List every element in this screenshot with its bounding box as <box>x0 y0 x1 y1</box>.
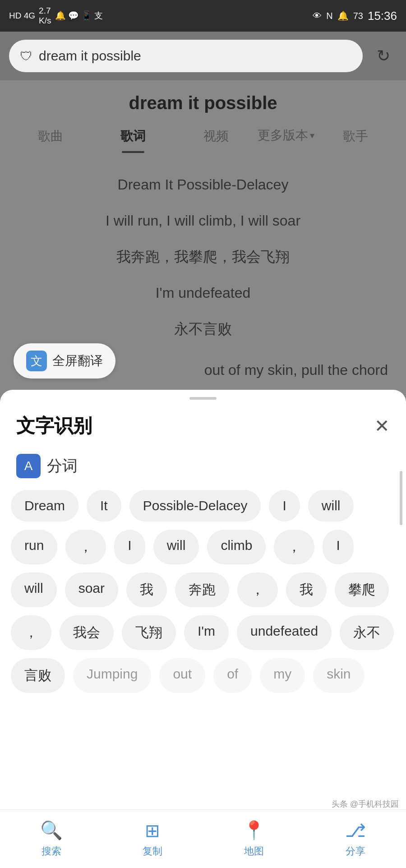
scrollbar[interactable] <box>400 471 402 525</box>
sheet-header: 文字识别 ✕ <box>0 400 406 443</box>
chip-undefeated[interactable]: undefeated <box>237 615 332 650</box>
chip-run[interactable]: run <box>11 530 57 564</box>
lyric-line-5: 永不言败 <box>0 311 406 347</box>
chip-dream[interactable]: Dream <box>11 490 78 522</box>
chip-wohui[interactable]: 我会 <box>60 615 114 650</box>
nav-map-label: 地图 <box>244 845 264 858</box>
nav-map[interactable]: 📍 地图 <box>243 820 265 858</box>
nav-copy-label: 复制 <box>143 845 162 858</box>
lyric-line-4: I'm undefeated <box>0 275 406 311</box>
chip-will-3[interactable]: will <box>11 573 57 607</box>
section-label: A 分词 <box>0 443 406 485</box>
chip-my[interactable]: my <box>260 658 305 693</box>
chip-panpa[interactable]: 攀爬 <box>335 573 389 607</box>
search-bar[interactable]: 🛡 dream it possible <box>9 40 363 72</box>
chip-i-3[interactable]: I <box>323 530 353 564</box>
chip-comma-4[interactable]: ， <box>11 615 51 650</box>
chip-out[interactable]: out <box>159 658 205 693</box>
chip-of[interactable]: of <box>213 658 252 693</box>
status-left: HD 4G 2.7K/s 🔔 💬 📱 支 <box>9 6 103 26</box>
chip-soar[interactable]: soar <box>65 573 118 607</box>
lyric-line-1: Dream It Possible-Delacey <box>0 166 406 203</box>
lyric-partial: out of my skin, pull the chord <box>204 362 406 379</box>
song-title: dream it possible <box>9 93 397 113</box>
section-text: 分词 <box>47 456 78 476</box>
nav-copy[interactable]: ⊞ 复制 <box>143 820 162 858</box>
search-bar-wrap: 🛡 dream it possible ↻ <box>0 32 406 80</box>
status-time: 15:36 <box>368 9 397 23</box>
nav-share[interactable]: ⎇ 分享 <box>345 820 366 858</box>
chip-climb[interactable]: climb <box>207 530 266 564</box>
share-icon: ⎇ <box>345 820 366 841</box>
chip-comma-2[interactable]: ， <box>274 530 314 564</box>
nav-search[interactable]: 🔍 搜索 <box>40 820 63 858</box>
tabs-bar: 歌曲 歌词 视频 更多版本 ▾ 歌手 <box>0 118 406 153</box>
chip-benpao[interactable]: 奔跑 <box>175 573 229 607</box>
chip-i-1[interactable]: I <box>269 490 300 522</box>
text-icon: A <box>24 459 33 473</box>
tab-lyrics[interactable]: 歌词 <box>92 118 175 153</box>
status-right: 👁 N 🔔 73 15:36 <box>313 9 397 23</box>
map-icon: 📍 <box>243 820 265 841</box>
nav-search-label: 搜索 <box>42 845 61 858</box>
bottom-nav: 🔍 搜索 ⊞ 复制 📍 地图 ⎇ 分享 <box>0 809 406 868</box>
chip-jumping[interactable]: Jumping <box>73 658 151 693</box>
fullscreen-translate-button[interactable]: 文 全屏翻译 <box>14 343 115 379</box>
sheet-title: 文字识别 <box>16 413 92 439</box>
status-nfc-icon: N <box>326 11 332 21</box>
chip-comma-3[interactable]: ， <box>237 573 278 607</box>
chip-wo-1[interactable]: 我 <box>126 573 167 607</box>
close-button[interactable]: ✕ <box>374 417 390 435</box>
chip-comma-1[interactable]: ， <box>65 530 106 564</box>
chip-yanbai[interactable]: 言败 <box>11 658 65 693</box>
chip-will-2[interactable]: will <box>153 530 199 564</box>
chip-possible-delacey[interactable]: Possible-Delacey <box>129 490 261 522</box>
chip-im[interactable]: I'm <box>184 615 229 650</box>
status-signal: HD 4G <box>9 11 35 21</box>
translate-label: 全屏翻译 <box>52 352 103 369</box>
song-title-wrap: dream it possible <box>0 80 406 118</box>
refresh-button[interactable]: ↻ <box>370 42 397 69</box>
chips-area: Dream It Possible-Delacey I will run ， I… <box>0 485 406 738</box>
status-battery: 73 <box>353 11 363 21</box>
chip-will-1[interactable]: will <box>308 490 354 522</box>
chevron-down-icon: ▾ <box>310 130 314 141</box>
search-icon: 🔍 <box>40 820 63 841</box>
lyrics-area: Dream It Possible-Delacey I will run, I … <box>0 153 406 388</box>
status-bar: HD 4G 2.7K/s 🔔 💬 📱 支 👁 N 🔔 73 15:36 <box>0 0 406 32</box>
bottom-sheet: 文字识别 ✕ A 分词 Dream It Possible-Delacey I … <box>0 390 406 868</box>
tab-artist[interactable]: 歌手 <box>314 118 397 153</box>
chip-wo-2[interactable]: 我 <box>286 573 327 607</box>
tab-video[interactable]: 视频 <box>175 118 258 153</box>
lyric-line-2: I will run, I will climb, I will soar <box>0 203 406 239</box>
search-query: dream it possible <box>39 48 141 64</box>
tab-more-versions[interactable]: 更多版本 ▾ <box>258 127 314 144</box>
status-speed: 2.7K/s <box>39 6 51 26</box>
status-eye-icon: 👁 <box>313 11 322 21</box>
nav-share-label: 分享 <box>346 845 365 858</box>
chip-i-2[interactable]: I <box>114 530 145 564</box>
watermark: 头条 @手机科技园 <box>332 799 399 809</box>
status-bell-icon: 🔔 <box>337 10 349 21</box>
status-icons: 🔔 💬 📱 支 <box>55 10 103 22</box>
tab-more-label: 更多版本 <box>258 127 308 144</box>
chip-feixiang[interactable]: 飞翔 <box>122 615 176 650</box>
chip-yongbu[interactable]: 永不 <box>340 615 394 650</box>
lyric-line-3: 我奔跑，我攀爬，我会飞翔 <box>0 239 406 275</box>
section-icon: A <box>16 454 41 478</box>
copy-icon: ⊞ <box>145 820 160 841</box>
chip-skin[interactable]: skin <box>313 658 364 693</box>
translate-icon: 文 <box>26 351 47 371</box>
shield-icon: 🛡 <box>20 49 32 64</box>
tab-songs[interactable]: 歌曲 <box>9 118 92 153</box>
chip-it[interactable]: It <box>87 490 121 522</box>
